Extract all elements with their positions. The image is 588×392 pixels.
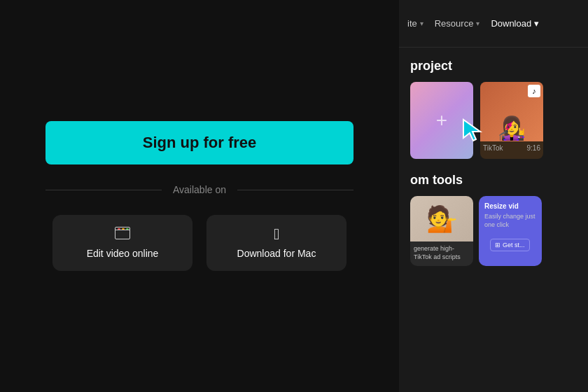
divider-right bbox=[237, 190, 354, 190]
nav-download-label: Download bbox=[491, 18, 531, 29]
tools-cards: 💁 generate high-TikTok ad scripts Resize… bbox=[410, 196, 577, 266]
nav-bar: ite ▾ Resource ▾ Download ▾ bbox=[399, 0, 588, 48]
tools-section: om tools 💁 generate high-TikTok ad scrip… bbox=[410, 173, 577, 266]
edit-online-label: Edit video online bbox=[87, 248, 159, 259]
chevron-down-icon: ▾ bbox=[420, 20, 424, 27]
new-project-card[interactable]: + bbox=[410, 82, 473, 159]
tool-card-resize-title: Resize vid Easily change just one click bbox=[479, 196, 542, 234]
tools-section-title: om tools bbox=[410, 173, 577, 188]
project-section: project + ♪ 👩‍ bbox=[410, 59, 577, 159]
chevron-down-icon: ▾ bbox=[534, 18, 539, 29]
right-content: project + ♪ 👩‍ bbox=[399, 48, 588, 277]
tool-card-text: generate high-TikTok ad scripts bbox=[410, 241, 473, 265]
tiktok-label-text: TikTok bbox=[483, 144, 503, 152]
tool-card-resize[interactable]: Resize vid Easily change just one click … bbox=[479, 196, 542, 266]
nav-ite-label: ite bbox=[407, 18, 417, 29]
tool-card-scripts[interactable]: 💁 generate high-TikTok ad scripts bbox=[410, 196, 473, 266]
nav-resource-label: Resource bbox=[435, 18, 474, 29]
apple-icon:  bbox=[274, 227, 279, 242]
left-panel: Sign up for free Available on Edit video… bbox=[0, 0, 399, 392]
download-mac-button[interactable]:  Download for Mac bbox=[206, 215, 346, 271]
plus-icon: + bbox=[436, 109, 447, 132]
right-panel: ite ▾ Resource ▾ Download ▾ project + bbox=[399, 0, 588, 392]
svg-marker-0 bbox=[463, 120, 480, 141]
project-cards: + ♪ 👩‍🎤 TikTok bbox=[410, 82, 577, 159]
chevron-down-icon: ▾ bbox=[476, 20, 479, 27]
edit-online-button[interactable]: Edit video online bbox=[52, 215, 192, 271]
get-started-button[interactable]: ⊞ Get st... bbox=[490, 239, 530, 251]
signup-button[interactable]: Sign up for free bbox=[46, 121, 354, 164]
tiktok-logo: ♪ bbox=[528, 85, 540, 97]
divider-row: Available on bbox=[46, 184, 354, 195]
nav-item-resource[interactable]: Resource ▾ bbox=[435, 18, 480, 29]
window-icon bbox=[115, 227, 130, 242]
tiktok-card[interactable]: ♪ 👩‍🎤 TikTok 9:16 bbox=[480, 82, 543, 159]
platform-buttons: Edit video online  Download for Mac bbox=[52, 215, 346, 271]
tiktok-duration: 9:16 bbox=[527, 144, 540, 152]
tiktok-card-image: ♪ 👩‍🎤 bbox=[480, 82, 543, 141]
nav-item-download[interactable]: Download ▾ bbox=[491, 18, 539, 29]
divider-text: Available on bbox=[173, 184, 226, 195]
tiktok-card-label: TikTok 9:16 bbox=[480, 141, 543, 153]
project-section-title: project bbox=[410, 59, 577, 74]
get-started-label: Get st... bbox=[503, 241, 525, 248]
nav-item-ite[interactable]: ite ▾ bbox=[407, 18, 424, 29]
divider-left bbox=[46, 190, 162, 190]
download-mac-label: Download for Mac bbox=[237, 248, 316, 259]
resize-icon: ⊞ bbox=[495, 241, 500, 248]
tool-card-image: 💁 bbox=[410, 196, 473, 241]
